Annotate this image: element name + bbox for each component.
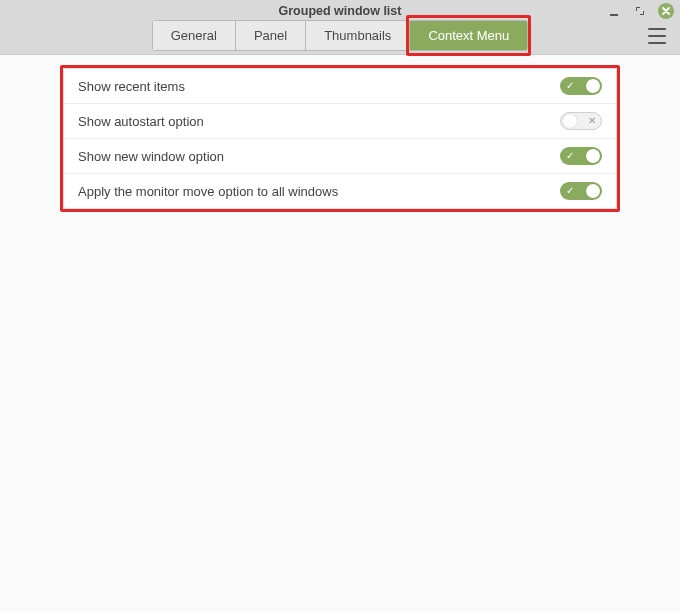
list-item: Show recent items ✓	[64, 69, 616, 104]
tab-general[interactable]: General	[153, 21, 236, 50]
menu-icon[interactable]	[648, 28, 666, 44]
settings-panel: Show recent items ✓ Show autostart optio…	[63, 68, 617, 209]
maximize-icon[interactable]	[632, 3, 648, 19]
toggle-show-autostart-option[interactable]: ✕	[560, 112, 602, 130]
window-title: Grouped window list	[0, 4, 680, 18]
tab-thumbnails[interactable]: Thumbnails	[306, 21, 410, 50]
toggle-show-new-window-option[interactable]: ✓	[560, 147, 602, 165]
setting-label: Show autostart option	[78, 114, 204, 129]
setting-label: Show new window option	[78, 149, 224, 164]
close-icon[interactable]	[658, 3, 674, 19]
check-icon: ✓	[566, 151, 574, 161]
list-item: Show new window option ✓	[64, 139, 616, 174]
highlight-box: Show recent items ✓ Show autostart optio…	[60, 65, 620, 212]
tab-panel[interactable]: Panel	[236, 21, 306, 50]
settings-window: Grouped window list General Panel Thumbn…	[0, 0, 680, 612]
toggle-knob	[586, 79, 600, 93]
setting-label: Apply the monitor move option to all win…	[78, 184, 338, 199]
toggle-knob	[563, 114, 577, 128]
toggle-monitor-move-all-windows[interactable]: ✓	[560, 182, 602, 200]
toggle-knob	[586, 184, 600, 198]
list-item: Apply the monitor move option to all win…	[64, 174, 616, 208]
check-icon: ✓	[566, 81, 574, 91]
toggle-knob	[586, 149, 600, 163]
toggle-show-recent-items[interactable]: ✓	[560, 77, 602, 95]
svg-rect-0	[610, 14, 618, 16]
titlebar: Grouped window list General Panel Thumbn…	[0, 0, 680, 55]
tab-bar: General Panel Thumbnails Context Menu	[152, 20, 529, 51]
minimize-icon[interactable]	[606, 3, 622, 19]
setting-label: Show recent items	[78, 79, 185, 94]
content-area: Show recent items ✓ Show autostart optio…	[0, 55, 680, 612]
tabs-row: General Panel Thumbnails Context Menu	[0, 20, 680, 51]
tab-context-menu-label: Context Menu	[428, 28, 509, 43]
tab-context-menu[interactable]: Context Menu	[410, 21, 527, 50]
list-item: Show autostart option ✕	[64, 104, 616, 139]
x-icon: ✕	[588, 116, 596, 126]
window-controls	[606, 2, 674, 20]
check-icon: ✓	[566, 186, 574, 196]
